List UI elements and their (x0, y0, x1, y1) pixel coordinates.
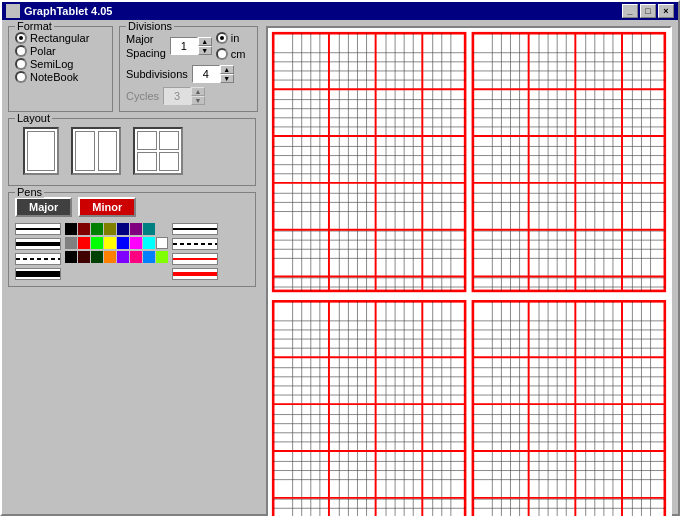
line-swatch-dashed[interactable] (15, 253, 61, 265)
layout-single[interactable] (23, 127, 59, 175)
layout-four-br (159, 152, 179, 171)
line-swatch-solid-thin[interactable] (15, 223, 61, 235)
layout-two-col-left (75, 131, 95, 171)
unit-cm[interactable]: cm (216, 48, 246, 60)
color-skyblue[interactable] (143, 251, 155, 263)
color-purple[interactable] (130, 223, 142, 235)
major-pen-button[interactable]: Major (15, 197, 72, 217)
color-black2[interactable] (65, 251, 77, 263)
line-swatch-solid-medium[interactable] (15, 238, 61, 250)
major-spacing-field[interactable]: 1 (170, 37, 198, 55)
radio-semilog[interactable] (15, 58, 27, 70)
color-chartreuse[interactable] (156, 251, 168, 263)
format-polar[interactable]: Polar (15, 45, 106, 57)
line-swatch-right-2[interactable] (172, 238, 218, 250)
color-red[interactable] (78, 237, 90, 249)
left-panel: Format Rectangular Polar SemiLog (8, 26, 258, 516)
layout-four-tr (159, 131, 179, 150)
radio-cm[interactable] (216, 48, 228, 60)
radio-polar[interactable] (15, 45, 27, 57)
minor-pen-button[interactable]: Minor (78, 197, 136, 217)
color-yellow[interactable] (104, 237, 116, 249)
pen-type-buttons: Major Minor (15, 197, 249, 217)
line-swatch-right-3[interactable] (172, 253, 218, 265)
layout-label: Layout (15, 112, 52, 124)
major-spacing-label: Major (126, 32, 166, 46)
color-fuchsia[interactable] (130, 237, 142, 249)
graph-svg (268, 28, 670, 516)
unit-in-label: in (231, 32, 240, 44)
format-notebook-label: NoteBook (30, 71, 78, 83)
color-green[interactable] (91, 223, 103, 235)
format-semilog[interactable]: SemiLog (15, 58, 106, 70)
minimize-button[interactable]: _ (622, 4, 638, 18)
color-teal[interactable] (143, 223, 155, 235)
format-notebook[interactable]: NoteBook (15, 71, 106, 83)
unit-group: in cm (216, 31, 246, 61)
color-aqua[interactable] (143, 237, 155, 249)
color-silver[interactable] (156, 223, 168, 235)
color-rose[interactable] (130, 251, 142, 263)
line-swatch-solid-thick[interactable] (15, 268, 61, 280)
radio-rectangular[interactable] (15, 32, 27, 44)
maximize-button[interactable]: □ (640, 4, 656, 18)
subdivisions-up[interactable]: ▲ (220, 65, 234, 74)
subdivisions-label: Subdivisions (126, 68, 188, 80)
major-spacing-down[interactable]: ▼ (198, 46, 212, 55)
layout-group: Layout (8, 118, 256, 186)
line-styles-left (15, 223, 61, 280)
color-lime[interactable] (91, 237, 103, 249)
line-swatch-right-4[interactable] (172, 268, 218, 280)
color-grid-container (65, 223, 168, 280)
layout-options (15, 123, 249, 179)
format-semilog-label: SemiLog (30, 58, 73, 70)
divisions-label: Divisions (126, 20, 174, 32)
format-rectangular-label: Rectangular (30, 32, 89, 44)
pens-group: Pens Major Minor (8, 192, 256, 287)
cycles-up: ▲ (191, 87, 205, 96)
color-maroon[interactable] (78, 223, 90, 235)
color-gray[interactable] (65, 237, 77, 249)
color-white[interactable] (156, 237, 168, 249)
line-swatch-right-1[interactable] (172, 223, 218, 235)
top-groups: Format Rectangular Polar SemiLog (8, 26, 258, 112)
color-darkgreen[interactable] (91, 251, 103, 263)
unit-in[interactable]: in (216, 32, 246, 44)
format-group: Format Rectangular Polar SemiLog (8, 26, 113, 112)
color-orange[interactable] (104, 251, 116, 263)
format-label: Format (15, 20, 54, 32)
color-olive[interactable] (104, 223, 116, 235)
color-violet[interactable] (117, 251, 129, 263)
cycles-down: ▼ (191, 96, 205, 105)
layout-four-grid[interactable] (133, 127, 183, 175)
subdivisions-input[interactable]: 4 ▲ ▼ (192, 65, 234, 83)
color-grid-row3 (65, 251, 168, 263)
close-button[interactable]: × (658, 4, 674, 18)
pen-swatches (15, 223, 249, 280)
major-spacing-input[interactable]: 1 ▲ ▼ (170, 37, 212, 55)
main-window: GraphTablet 4.05 _ □ × Format Rectangula… (0, 0, 680, 516)
layout-two-col-right (98, 131, 118, 171)
color-navy[interactable] (117, 223, 129, 235)
color-grid-row1 (65, 223, 168, 235)
cycles-label: Cycles (126, 90, 159, 102)
divisions-group: Divisions Major Spacing 1 ▲ ▼ (119, 26, 258, 112)
window-title: GraphTablet 4.05 (24, 5, 112, 17)
cycles-field: 3 (163, 87, 191, 105)
layout-four-tl (137, 131, 157, 150)
cycles-input: 3 ▲ ▼ (163, 87, 205, 105)
color-darkred[interactable] (78, 251, 90, 263)
radio-in[interactable] (216, 32, 228, 44)
format-polar-label: Polar (30, 45, 56, 57)
format-rectangular[interactable]: Rectangular (15, 32, 106, 44)
color-grid-row2 (65, 237, 168, 249)
major-spacing-up[interactable]: ▲ (198, 37, 212, 46)
radio-notebook[interactable] (15, 71, 27, 83)
color-blue[interactable] (117, 237, 129, 249)
subdivisions-field[interactable]: 4 (192, 65, 220, 83)
layout-single-page (27, 131, 55, 171)
color-black[interactable] (65, 223, 77, 235)
layout-two-col[interactable] (71, 127, 121, 175)
subdivisions-down[interactable]: ▼ (220, 74, 234, 83)
line-styles-right (172, 223, 218, 280)
